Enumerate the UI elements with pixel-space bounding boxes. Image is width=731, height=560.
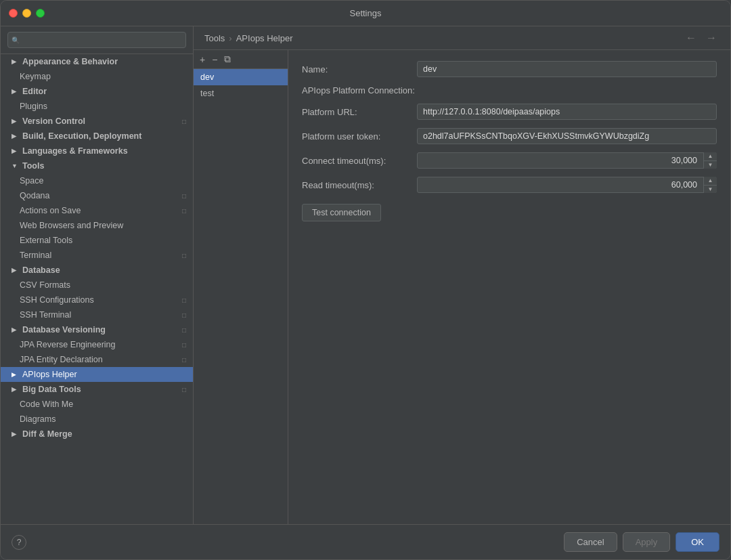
sidebar-item-languages[interactable]: ▶ Languages & Frameworks [1, 144, 193, 158]
platform-url-row: Platform URL: [302, 104, 717, 120]
add-tool-button[interactable]: + [198, 53, 207, 66]
sidebar-item-diagrams[interactable]: Diagrams [1, 412, 193, 427]
terminal-badge: □ [182, 252, 186, 259]
chevron-right-icon: ▶ [12, 386, 20, 393]
window-title: Settings [350, 8, 382, 18]
user-token-label: Platform user token: [302, 131, 417, 142]
sidebar-item-build-exec[interactable]: ▶ Build, Execution, Deployment [1, 129, 193, 144]
sidebar-item-jpa-reverse[interactable]: JPA Reverse Engineering □ [1, 337, 193, 352]
breadcrumb-separator: › [229, 33, 231, 43]
main-content: ▶ Appearance & Behavior Keymap ▶ Editor … [1, 26, 730, 524]
help-button[interactable]: ? [12, 535, 26, 550]
sidebar-item-database[interactable]: ▶ Database [1, 263, 193, 278]
tool-list-and-form: + − ⧉ dev test Name: [194, 50, 730, 524]
sidebar-item-big-data-tools[interactable]: ▶ Big Data Tools □ [1, 382, 193, 397]
copy-tool-button[interactable]: ⧉ [222, 53, 233, 66]
search-input[interactable] [7, 32, 186, 48]
read-timeout-label: Read timeout(ms): [302, 180, 417, 190]
chevron-right-icon: ▶ [12, 371, 20, 378]
connect-timeout-row: Connect timeout(ms): ▲ ▼ [302, 152, 717, 169]
sidebar-item-code-with-me[interactable]: Code With Me [1, 397, 193, 412]
sidebar-item-terminal[interactable]: Terminal □ [1, 248, 193, 263]
name-input[interactable] [417, 61, 717, 77]
chevron-right-icon: ▶ [12, 431, 20, 437]
window-controls [9, 9, 45, 18]
sidebar-item-apiops-helper[interactable]: ▶ APIops Helper [1, 367, 193, 382]
read-timeout-increment[interactable]: ▲ [704, 177, 717, 186]
chevron-right-icon: ▶ [12, 58, 20, 65]
tool-list-panel: + − ⧉ dev test [194, 50, 288, 524]
bottom-bar: ? Cancel Apply OK [1, 524, 730, 559]
form-panel: Name: APIops Platform Connection: Platfo… [288, 50, 730, 524]
sidebar-item-ssh-terminal[interactable]: SSH Terminal □ [1, 307, 193, 322]
sidebar-item-qodana[interactable]: Qodana □ [1, 188, 193, 203]
connect-timeout-input[interactable] [417, 152, 717, 169]
close-button[interactable] [9, 9, 18, 18]
sidebar-item-version-control[interactable]: ▶ Version Control □ [1, 114, 193, 129]
chevron-right-icon: ▶ [12, 267, 20, 274]
breadcrumb-bar: Tools › APIops Helper ← → [194, 26, 730, 50]
sidebar-item-plugins[interactable]: Plugins [1, 99, 193, 114]
tool-list-toolbar: + − ⧉ [194, 50, 288, 69]
apply-button[interactable]: Apply [623, 532, 671, 552]
name-label: Name: [302, 64, 417, 74]
cancel-button[interactable]: Cancel [564, 532, 617, 552]
title-bar: Settings [1, 1, 730, 26]
breadcrumb-parent: Tools [204, 33, 225, 43]
connection-section-title: APIops Platform Connection: [302, 85, 717, 95]
sidebar-item-keymap[interactable]: Keymap [1, 69, 193, 84]
user-token-input[interactable] [417, 128, 717, 144]
chevron-right-icon: ▶ [12, 118, 20, 125]
sidebar-item-jpa-entity[interactable]: JPA Entity Declaration □ [1, 352, 193, 367]
search-wrapper [7, 32, 186, 48]
connect-timeout-decrement[interactable]: ▼ [704, 161, 717, 169]
sidebar-item-web-browsers[interactable]: Web Browsers and Preview [1, 218, 193, 233]
sidebar-item-external-tools[interactable]: External Tools [1, 233, 193, 248]
jpa-entity-badge: □ [182, 356, 186, 364]
sidebar-item-tools[interactable]: ▼ Tools [1, 158, 193, 173]
bottom-action-buttons: Cancel Apply OK [564, 532, 719, 552]
sidebar-item-diff-merge[interactable]: ▶ Diff & Merge [1, 427, 193, 441]
back-button[interactable]: ← [683, 32, 699, 44]
remove-tool-button[interactable]: − [210, 53, 219, 66]
connect-timeout-spinner-btns: ▲ ▼ [703, 152, 717, 169]
connect-timeout-increment[interactable]: ▲ [704, 152, 717, 161]
platform-url-label: Platform URL: [302, 107, 417, 117]
maximize-button[interactable] [36, 9, 45, 18]
test-connection-button[interactable]: Test connection [302, 204, 381, 221]
minimize-button[interactable] [22, 9, 31, 18]
name-row: Name: [302, 61, 717, 77]
tool-item-dev[interactable]: dev [194, 69, 288, 85]
read-timeout-decrement[interactable]: ▼ [704, 186, 717, 194]
qodana-badge: □ [182, 192, 186, 200]
sidebar: ▶ Appearance & Behavior Keymap ▶ Editor … [1, 26, 194, 524]
chevron-right-icon: ▶ [12, 88, 20, 95]
connect-timeout-spinner: ▲ ▼ [417, 152, 717, 169]
chevron-right-icon: ▶ [12, 148, 20, 154]
read-timeout-input[interactable] [417, 177, 717, 193]
sidebar-item-appearance-behavior[interactable]: ▶ Appearance & Behavior [1, 54, 193, 69]
settings-window: Settings ▶ Appearance & Behavior Keymap [0, 0, 731, 560]
sidebar-item-ssh-config[interactable]: SSH Configurations □ [1, 293, 193, 307]
db-versioning-badge: □ [182, 326, 186, 334]
sidebar-item-space[interactable]: Space [1, 173, 193, 188]
sidebar-item-actions-on-save[interactable]: Actions on Save □ [1, 203, 193, 218]
ssh-terminal-badge: □ [182, 311, 186, 319]
forward-button[interactable]: → [703, 32, 719, 44]
chevron-right-icon: ▶ [12, 326, 20, 333]
breadcrumb-current: APIops Helper [236, 33, 293, 43]
sidebar-item-csv-formats[interactable]: CSV Formats [1, 278, 193, 293]
actions-on-save-badge: □ [182, 207, 186, 215]
jpa-reverse-badge: □ [182, 341, 186, 349]
platform-url-input[interactable] [417, 104, 717, 120]
search-bar [1, 26, 193, 54]
read-timeout-row: Read timeout(ms): ▲ ▼ [302, 177, 717, 193]
ok-button[interactable]: OK [675, 532, 719, 552]
sidebar-item-editor[interactable]: ▶ Editor [1, 84, 193, 99]
tool-item-test[interactable]: test [194, 85, 288, 102]
read-timeout-spinner: ▲ ▼ [417, 177, 717, 193]
chevron-right-icon: ▶ [12, 133, 20, 139]
chevron-down-icon: ▼ [12, 163, 20, 169]
sidebar-item-db-versioning[interactable]: ▶ Database Versioning □ [1, 322, 193, 337]
user-token-row: Platform user token: [302, 128, 717, 144]
